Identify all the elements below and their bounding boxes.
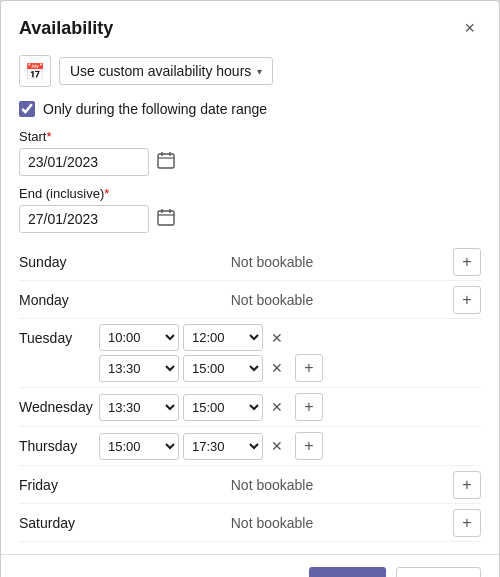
modal-footer: Save Discard (1, 554, 499, 577)
day-slots-friday: Not bookable + (99, 471, 481, 499)
svg-rect-0 (158, 154, 174, 168)
end-date-calendar-icon[interactable] (155, 206, 177, 232)
day-name-monday: Monday (19, 292, 99, 308)
start-date-input[interactable] (19, 148, 149, 176)
add-slot-friday[interactable]: + (453, 471, 481, 499)
not-bookable-monday: Not bookable (99, 292, 445, 308)
start-date-group: Start* (19, 129, 481, 176)
add-slot-saturday[interactable]: + (453, 509, 481, 537)
thursday-slot1-start[interactable]: 15:00 (99, 433, 179, 460)
add-slot-sunday[interactable]: + (453, 248, 481, 276)
day-row-saturday: Saturday Not bookable + (19, 504, 481, 542)
end-date-input[interactable] (19, 205, 149, 233)
end-date-label: End (inclusive)* (19, 186, 481, 201)
slot-row-friday: Not bookable + (99, 471, 481, 499)
tuesday-slot1-start[interactable]: 10:00 (99, 324, 179, 351)
day-slots-wednesday: 13:30 15:00 ✕ + (99, 393, 481, 421)
end-date-input-row (19, 205, 481, 233)
remove-wednesday-slot1[interactable]: ✕ (267, 397, 287, 417)
not-bookable-sunday: Not bookable (99, 254, 445, 270)
day-name-thursday: Thursday (19, 432, 99, 454)
date-range-checkbox[interactable] (19, 101, 35, 117)
day-slots-thursday: 15:00 17:30 ✕ + (99, 432, 481, 460)
add-slot-wednesday[interactable]: + (295, 393, 323, 421)
slot-row-wednesday-1: 13:30 15:00 ✕ + (99, 393, 481, 421)
day-slots-tuesday: 10:00 12:00 ✕ 13:30 15:00 (99, 324, 481, 382)
slot-row-saturday: Not bookable + (99, 509, 481, 537)
day-name-saturday: Saturday (19, 515, 99, 531)
wednesday-slot1-start[interactable]: 13:30 (99, 394, 179, 421)
end-required: * (104, 186, 109, 201)
slot-row-tuesday-2: 13:30 15:00 ✕ + (99, 354, 481, 382)
availability-dropdown[interactable]: Use custom availability hours ▾ (59, 57, 273, 85)
modal-body: 📅 Use custom availability hours ▾ Only d… (1, 49, 499, 554)
modal-header: Availability × (1, 1, 499, 49)
wednesday-slot1-end[interactable]: 15:00 (183, 394, 263, 421)
slot-row-sunday: Not bookable + (99, 248, 481, 276)
day-row-tuesday: Tuesday 10:00 12:00 ✕ 13:30 (19, 319, 481, 388)
start-date-calendar-icon[interactable] (155, 149, 177, 175)
calendar-icon: 📅 (25, 62, 45, 81)
days-container: Sunday Not bookable + Monday Not bookabl… (19, 243, 481, 542)
slot-row-monday: Not bookable + (99, 286, 481, 314)
svg-rect-4 (158, 211, 174, 225)
start-date-input-row (19, 148, 481, 176)
day-name-friday: Friday (19, 477, 99, 493)
add-slot-thursday[interactable]: + (295, 432, 323, 460)
save-button[interactable]: Save (309, 567, 386, 577)
tuesday-slot2-end[interactable]: 15:00 (183, 355, 263, 382)
day-name-tuesday: Tuesday (19, 324, 99, 346)
remove-tuesday-slot2[interactable]: ✕ (267, 358, 287, 378)
calendar-icon-box[interactable]: 📅 (19, 55, 51, 87)
day-row-wednesday: Wednesday 13:30 15:00 ✕ + (19, 388, 481, 427)
not-bookable-friday: Not bookable (99, 477, 445, 493)
day-name-sunday: Sunday (19, 254, 99, 270)
date-range-checkbox-row: Only during the following date range (19, 101, 481, 117)
modal-title: Availability (19, 18, 113, 39)
day-row-thursday: Thursday 15:00 17:30 ✕ + (19, 427, 481, 466)
close-button[interactable]: × (458, 17, 481, 39)
date-range-checkbox-label: Only during the following date range (43, 101, 267, 117)
remove-tuesday-slot1[interactable]: ✕ (267, 328, 287, 348)
start-date-label: Start* (19, 129, 481, 144)
add-slot-monday[interactable]: + (453, 286, 481, 314)
day-row-sunday: Sunday Not bookable + (19, 243, 481, 281)
slot-row-thursday-1: 15:00 17:30 ✕ + (99, 432, 481, 460)
slot-row-tuesday-1: 10:00 12:00 ✕ (99, 324, 481, 351)
dropdown-label: Use custom availability hours (70, 63, 251, 79)
not-bookable-saturday: Not bookable (99, 515, 445, 531)
start-required: * (46, 129, 51, 144)
day-slots-monday: Not bookable + (99, 286, 481, 314)
day-slots-sunday: Not bookable + (99, 248, 481, 276)
day-slots-saturday: Not bookable + (99, 509, 481, 537)
availability-selector: 📅 Use custom availability hours ▾ (19, 55, 481, 87)
day-row-monday: Monday Not bookable + (19, 281, 481, 319)
tuesday-slot1-end[interactable]: 12:00 (183, 324, 263, 351)
availability-modal: Availability × 📅 Use custom availability… (0, 0, 500, 577)
discard-button[interactable]: Discard (396, 567, 481, 577)
remove-thursday-slot1[interactable]: ✕ (267, 436, 287, 456)
chevron-down-icon: ▾ (257, 66, 262, 77)
day-row-friday: Friday Not bookable + (19, 466, 481, 504)
day-name-wednesday: Wednesday (19, 393, 99, 415)
add-slot-tuesday[interactable]: + (295, 354, 323, 382)
end-date-group: End (inclusive)* (19, 186, 481, 233)
thursday-slot1-end[interactable]: 17:30 (183, 433, 263, 460)
tuesday-slot2-start[interactable]: 13:30 (99, 355, 179, 382)
